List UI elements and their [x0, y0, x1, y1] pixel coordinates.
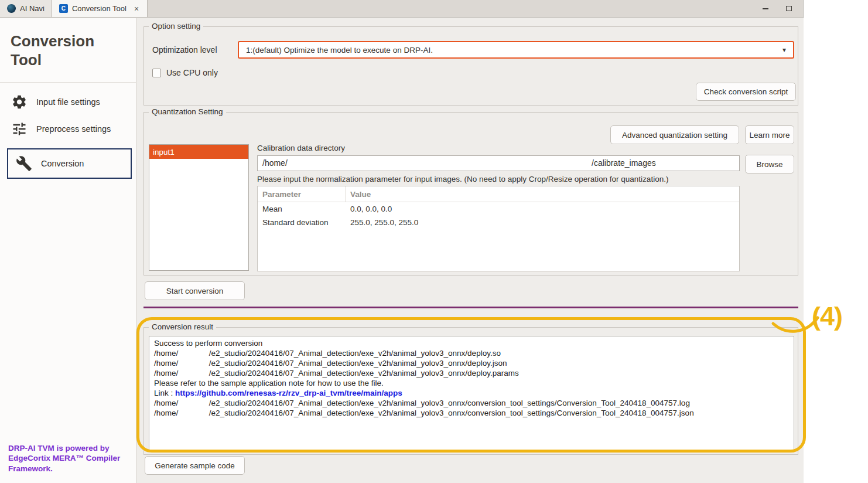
result-link-label: Link : — [154, 389, 175, 397]
quantization-setting-title: Quantization Setting — [149, 107, 226, 116]
result-link-line: Link : https://github.com/renesas-rz/rzv… — [154, 388, 789, 398]
section-divider — [143, 307, 798, 308]
calibration-path-prefix: /home/ — [262, 158, 288, 168]
close-tab-icon[interactable]: × — [133, 4, 140, 13]
input-list-item-input1[interactable]: input1 — [149, 145, 248, 159]
app-title: Conversion Tool — [0, 18, 117, 69]
gear-icon — [11, 93, 28, 111]
option-setting-title: Option setting — [149, 22, 203, 30]
sidebar-item-label: Conversion — [41, 159, 84, 168]
result-link[interactable]: https://github.com/renesas-rz/rzv_drp-ai… — [175, 389, 402, 397]
normalization-note: Please input the normalization parameter… — [257, 175, 668, 183]
quantization-setting-group: Quantization Setting Advanced quantizati… — [143, 112, 798, 275]
optimization-level-select[interactable]: 1:(default) Optimize the model to execut… — [238, 41, 794, 59]
drp-ai-tvm-credit: DRP-AI TVM is powered by EdgeCortix MERA… — [8, 443, 123, 474]
sidebar-item-label: Input file settings — [36, 97, 100, 107]
screenshot-page: AI Navi C Conversion Tool × Conversion T… — [0, 0, 868, 483]
tab-conversion-tool-label: Conversion Tool — [72, 4, 127, 13]
browse-button[interactable]: Browse — [745, 155, 794, 174]
conversion-result-title: Conversion result — [149, 322, 216, 331]
sidebar: Conversion Tool Input file settings Prep… — [0, 18, 136, 483]
parameter-column-header: Parameter — [258, 186, 346, 202]
optimization-level-value: 1:(default) Optimize the model to execut… — [246, 46, 433, 55]
chevron-down-icon: ▾ — [782, 46, 786, 54]
result-line: /home/ /e2_studio/20240416/07_Animal_det… — [154, 398, 789, 408]
tab-bar: AI Navi C Conversion Tool × — [0, 0, 803, 18]
result-line: Please refer to the sample application n… — [154, 378, 789, 388]
sliders-icon — [11, 120, 28, 138]
result-line: /home/ /e2_studio/20240416/07_Animal_det… — [154, 348, 789, 358]
parameter-value[interactable]: 0.0, 0.0, 0.0 — [346, 205, 392, 213]
value-column-header: Value — [346, 190, 371, 199]
ai-navi-logo-icon — [7, 4, 16, 13]
parameter-value[interactable]: 255.0, 255.0, 255.0 — [346, 218, 418, 227]
advanced-quantization-setting-button[interactable]: Advanced quantization setting — [610, 125, 739, 144]
annotation-step-label: (4) — [812, 301, 842, 332]
generate-sample-code-button[interactable]: Generate sample code — [145, 456, 245, 475]
calibration-data-directory-label: Calibration data directory — [257, 144, 345, 152]
sidebar-item-conversion[interactable]: Conversion — [7, 148, 132, 179]
start-conversion-button[interactable]: Start conversion — [145, 281, 245, 300]
sidebar-item-label: Preprocess settings — [36, 124, 111, 134]
wrench-icon — [15, 155, 33, 172]
sidebar-menu: Input file settings Preprocess settings … — [0, 89, 136, 179]
parameter-name: Standard deviation — [258, 218, 346, 227]
conversion-tool-window: AI Navi C Conversion Tool × Conversion T… — [0, 0, 804, 483]
result-line: Success to perform conversion — [154, 338, 789, 348]
input-list: input1 — [149, 144, 249, 271]
optimization-level-label: Optimization level — [152, 45, 217, 55]
tab-ai-navi-label: AI Navi — [20, 4, 45, 13]
sidebar-item-input-file-settings[interactable]: Input file settings — [0, 89, 136, 115]
maximize-icon[interactable] — [783, 3, 795, 15]
minimize-icon[interactable] — [760, 3, 771, 15]
calibration-directory-input[interactable]: /home/ /calibrate_images — [257, 155, 740, 171]
conversion-tool-logo-icon: C — [59, 4, 68, 13]
sidebar-divider — [0, 82, 136, 83]
use-cpu-only-checkbox[interactable] — [152, 69, 161, 77]
normalization-parameter-table: Parameter Value Mean 0.0, 0.0, 0.0 Stand… — [257, 186, 740, 271]
conversion-result-group: Conversion result Success to perform con… — [143, 327, 798, 455]
use-cpu-only-row: Use CPU only — [152, 68, 218, 77]
tab-conversion-tool[interactable]: C Conversion Tool × — [52, 0, 148, 17]
table-row: Standard deviation 255.0, 255.0, 255.0 — [258, 216, 739, 229]
tab-ai-navi[interactable]: AI Navi — [0, 0, 52, 17]
conversion-result-textarea[interactable]: Success to perform conversion /home/ /e2… — [149, 336, 794, 451]
use-cpu-only-label: Use CPU only — [166, 68, 218, 77]
learn-more-button[interactable]: Learn more — [745, 125, 794, 144]
result-line: /home/ /e2_studio/20240416/07_Animal_det… — [154, 358, 789, 368]
parameter-name: Mean — [258, 205, 346, 213]
table-row: Mean 0.0, 0.0, 0.0 — [258, 202, 739, 216]
calibration-path-suffix: /calibrate_images — [592, 158, 656, 168]
sidebar-item-preprocess-settings[interactable]: Preprocess settings — [0, 115, 136, 142]
window-controls — [760, 0, 803, 17]
result-line: /home/ /e2_studio/20240416/07_Animal_det… — [154, 408, 789, 418]
check-conversion-script-button[interactable]: Check conversion script — [696, 83, 796, 101]
main-panel: Option setting Optimization level 1:(def… — [136, 18, 804, 483]
result-line: /home/ /e2_studio/20240416/07_Animal_det… — [154, 368, 789, 378]
table-header-row: Parameter Value — [258, 186, 739, 202]
option-setting-group: Option setting Optimization level 1:(def… — [143, 26, 798, 106]
